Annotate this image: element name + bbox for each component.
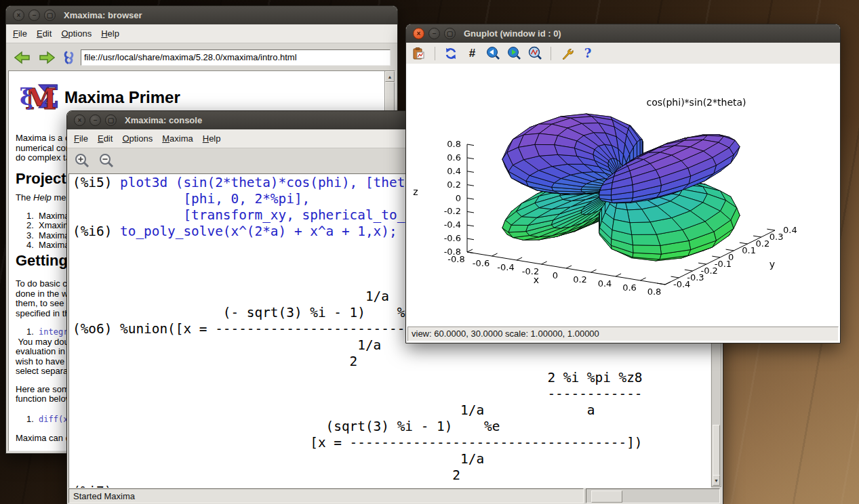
close-icon[interactable]: × (13, 9, 24, 21)
scroll-down-icon[interactable]: ▼ (713, 475, 720, 486)
gnuplot-statusbar: view: 60.0000, 30.0000 scale: 1.00000, 1… (407, 327, 839, 341)
console-statusbar: Started Maxima (68, 488, 584, 503)
console-output-line: 2 %i %pi %z8 (73, 370, 711, 386)
console-hscroll-thumb[interactable] (591, 490, 622, 503)
window-title: Xmaxima: browser (64, 10, 142, 20)
copy-icon[interactable] (411, 45, 427, 62)
zoom-previous-icon[interactable] (485, 45, 501, 62)
url-input[interactable] (81, 49, 391, 66)
minimize-icon[interactable]: – (428, 28, 440, 39)
maxima-logo-icon: Σ M ξ (20, 78, 59, 117)
xmaxima-icon[interactable] (63, 51, 75, 64)
maximize-icon[interactable]: ▢ (444, 28, 456, 39)
back-arrow-icon[interactable] (14, 51, 31, 64)
gnuplot-window: × – ▢ Gnuplot (window id : 0) # (405, 24, 841, 343)
gnuplot-titlebar[interactable]: × – ▢ Gnuplot (window id : 0) (406, 24, 840, 43)
browser-toolbar (6, 43, 397, 71)
menu-help[interactable]: Help (101, 28, 119, 39)
gnuplot-toolbar: # ? (406, 43, 840, 64)
zoom-next-icon[interactable] (506, 45, 522, 62)
refresh-icon[interactable] (443, 45, 459, 62)
settings-wrench-icon[interactable] (559, 45, 575, 62)
toolbar-separator (551, 47, 551, 60)
gnuplot-plot-canvas[interactable] (406, 64, 840, 326)
maximize-icon[interactable]: ▢ (44, 9, 56, 21)
menu-maxima[interactable]: Maxima (162, 133, 193, 144)
menu-file[interactable]: File (74, 133, 88, 144)
close-icon[interactable]: × (74, 114, 85, 126)
console-output-line: ------------ (73, 386, 711, 402)
console-output-line: 1/a a (73, 402, 711, 419)
maximize-icon[interactable]: ▢ (105, 114, 117, 126)
console-output-line: (sqrt(3) %i - 1) %e (73, 419, 711, 435)
forward-arrow-icon[interactable] (39, 51, 55, 64)
svg-text:ξ: ξ (20, 83, 33, 110)
menu-edit[interactable]: Edit (98, 133, 113, 144)
browser-menubar: FileEditOptionsHelp (6, 24, 397, 43)
grid-icon[interactable]: # (464, 45, 480, 62)
console-output-line: 2 (73, 467, 711, 484)
help-icon[interactable]: ? (580, 45, 596, 62)
console-horizontal-scrollbar[interactable] (586, 488, 720, 503)
menu-help[interactable]: Help (203, 133, 221, 144)
page-title: Maxima Primer (64, 93, 180, 103)
menu-file[interactable]: File (13, 28, 27, 39)
browser-titlebar[interactable]: × – ▢ Xmaxima: browser (6, 6, 397, 24)
window-title: Gnuplot (window id : 0) (464, 28, 561, 39)
toolbar-separator (435, 47, 435, 60)
menu-options[interactable]: Options (61, 28, 92, 39)
console-output-line: 2 (73, 354, 711, 370)
zoom-in-icon[interactable] (74, 152, 92, 170)
console-output-line: [x = -----------------------------------… (73, 435, 711, 451)
console-scroll-thumb[interactable] (713, 425, 720, 479)
window-title: Xmaxima: console (125, 115, 202, 125)
console-input-line: (%i7) (73, 484, 711, 488)
scroll-up-icon[interactable]: ▲ (385, 71, 395, 82)
zoom-out-icon[interactable] (98, 152, 116, 170)
zoom-reset-icon[interactable] (527, 45, 543, 62)
close-icon[interactable]: × (413, 28, 424, 39)
console-output-line: 1/a (73, 451, 711, 467)
minimize-icon[interactable]: – (28, 9, 40, 21)
minimize-icon[interactable]: – (89, 114, 101, 126)
menu-options[interactable]: Options (122, 133, 153, 144)
menu-edit[interactable]: Edit (37, 28, 52, 39)
